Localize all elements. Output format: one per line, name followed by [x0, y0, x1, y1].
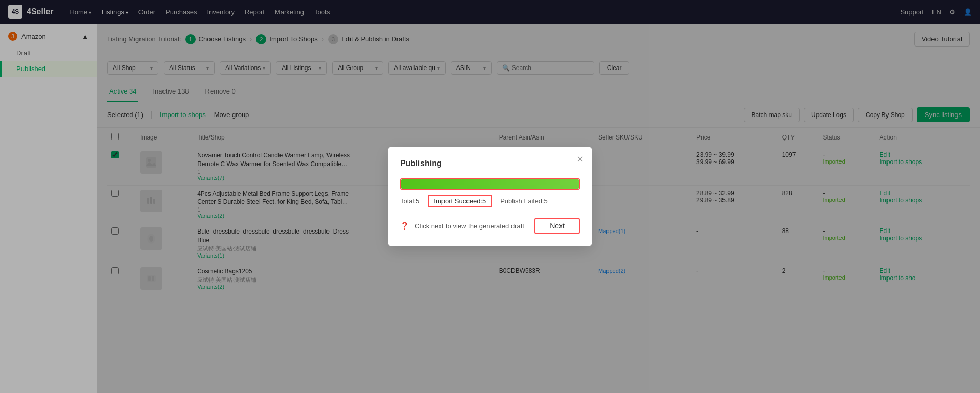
next-button[interactable]: Next — [534, 218, 580, 234]
publish-failed-stat: Publish Failed:5 — [500, 197, 548, 205]
total-stat: Total:5 — [400, 197, 419, 205]
modal-footer: ❓ Click next to view the generated draft… — [400, 218, 580, 234]
import-succeed-stat: Import Succeed:5 — [428, 195, 492, 207]
main-content: Listing Migration Tutorial: 1 Choose Lis… — [97, 24, 980, 393]
progress-stats: Total:5 Import Succeed:5 Publish Failed:… — [400, 195, 580, 207]
progress-bar-fill — [401, 179, 579, 189]
modal-help-text: Click next to view the generated draft — [415, 222, 528, 230]
help-icon: ❓ — [400, 222, 409, 230]
publishing-modal: Publishing ✕ Total:5 Import Succeed:5 Pu… — [388, 147, 592, 246]
modal-close-button[interactable]: ✕ — [576, 155, 584, 164]
page-layout: 3 Amazon ▲ Draft Published Listing Migra… — [0, 24, 980, 393]
modal-title: Publishing — [400, 159, 580, 168]
modal-overlay: Publishing ✕ Total:5 Import Succeed:5 Pu… — [97, 24, 980, 393]
progress-bar-container — [400, 178, 580, 190]
